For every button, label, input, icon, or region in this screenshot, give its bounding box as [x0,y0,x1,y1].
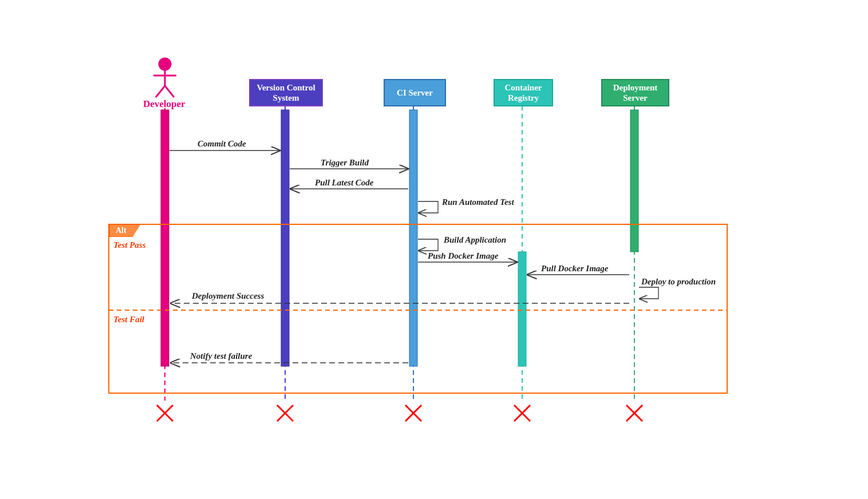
participant-deploy-label: Deployment Server [602,82,668,103]
msg-runtest [418,201,438,213]
msg-build [418,239,438,251]
participant-ci-label: CI Server [397,88,433,98]
participant-ci: CI Server [384,79,446,106]
participant-vcs: Version Control System [249,79,323,106]
participant-registry-label: Container Registry [495,82,552,103]
svg-line-14 [165,86,174,97]
destroy-marks [157,405,642,421]
label-push: Push Docker Image [428,251,498,261]
activation-dev [161,110,169,366]
label-runtest: Run Automated Test [442,197,514,207]
label-build: Build Application [444,235,506,245]
activation-reg [518,252,526,366]
label-pullcode: Pull Latest Code [315,178,374,188]
diagram-canvas: Developer Version Control System CI Serv… [23,11,847,486]
participant-vcs-label: Version Control System [250,82,322,103]
participant-deploy: Deployment Server [601,79,669,106]
label-success: Deployment Success [192,291,264,301]
label-trigger: Trigger Build [321,158,369,168]
msg-deploy [639,287,658,299]
alt-tag: Alt [109,224,133,237]
label-pullimg: Pull Docker Image [541,264,609,274]
alt-guard-pass: Test Pass [113,240,146,250]
label-notifyfail: Notify test failure [190,351,252,361]
svg-point-10 [159,58,171,70]
actor-developer [153,58,176,97]
participant-registry: Container Registry [494,79,553,106]
alt-guard-fail: Test Fail [113,315,144,324]
activation-dep [630,110,638,252]
label-deploy: Deploy to production [641,277,716,287]
participant-developer: Developer [143,98,186,110]
activation-vcs [281,110,289,366]
activation-ci [409,110,417,366]
svg-line-13 [156,86,165,97]
label-commit: Commit Code [198,139,246,149]
